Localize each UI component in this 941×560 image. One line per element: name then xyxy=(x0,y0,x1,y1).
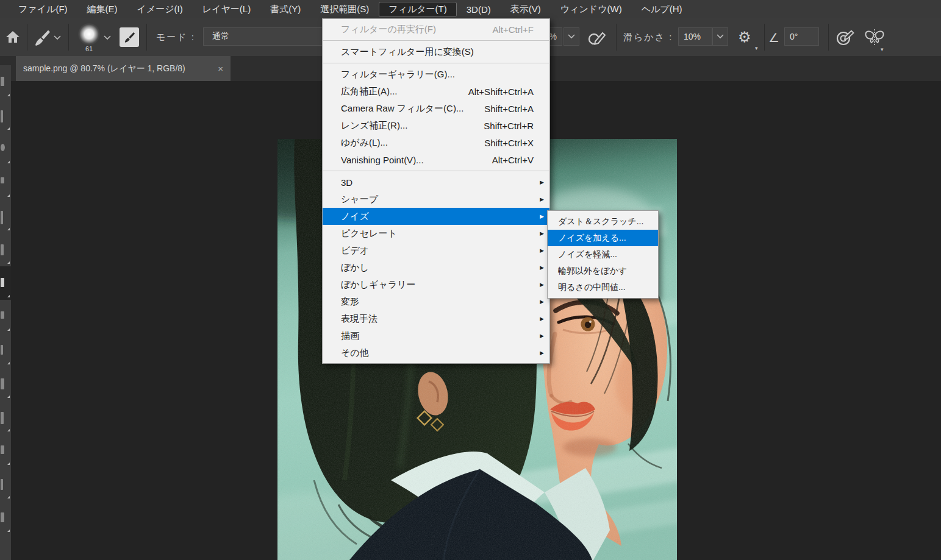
menu-view[interactable]: 表示(V) xyxy=(501,2,551,17)
brush-size-value: 61 xyxy=(78,45,100,52)
filter-menu-item-distort[interactable]: 変形 ▶ xyxy=(323,293,549,310)
menu-file[interactable]: ファイル(F) xyxy=(9,2,77,17)
tool-slot[interactable] xyxy=(0,333,11,367)
filter-menu-item-convert-smart-filters[interactable]: スマートフィルター用に変換(S) xyxy=(323,43,549,60)
menu-item-shortcut: Alt+Ctrl+V xyxy=(492,155,534,165)
filter-menu-item-filter-gallery[interactable]: フィルターギャラリー(G)... xyxy=(323,66,549,83)
menu-item-label: シャープ xyxy=(341,194,534,205)
menu-item-label: ビデオ xyxy=(341,245,534,257)
tool-slot[interactable] xyxy=(0,166,11,199)
tool-slot[interactable] xyxy=(0,132,11,166)
tools-panel-edge xyxy=(0,65,11,560)
chevron-down-icon xyxy=(717,34,724,39)
divider xyxy=(146,24,147,51)
submenu-item-median[interactable]: 明るさの中間値... xyxy=(548,279,658,296)
filter-menu-item-liquify[interactable]: ゆがみ(L)... Shift+Ctrl+X xyxy=(323,134,549,151)
angle-field[interactable]: 0° xyxy=(784,27,819,46)
submenu-arrow-icon: ▶ xyxy=(540,350,544,356)
filter-menu-item-stylize[interactable]: 表現手法 ▶ xyxy=(323,310,549,327)
tool-icon-fragment xyxy=(1,311,4,319)
home-icon[interactable] xyxy=(5,29,21,45)
tool-slot[interactable] xyxy=(0,367,11,400)
tool-icon-fragment xyxy=(1,110,3,122)
tool-slot[interactable] xyxy=(0,400,11,434)
tool-slot[interactable] xyxy=(0,99,11,132)
opacity-dropdown[interactable] xyxy=(564,27,579,46)
menu-separator xyxy=(323,40,549,41)
brush-preset-preview[interactable] xyxy=(78,23,100,45)
menu-filter[interactable]: フィルター(T) xyxy=(379,2,457,17)
submenu-arrow-icon: ▶ xyxy=(540,282,544,288)
opacity-pressure-icon[interactable] xyxy=(587,30,608,46)
menu-item-label: ゆがみ(L)... xyxy=(341,137,484,149)
menu-item-shortcut: Shift+Ctrl+R xyxy=(484,121,534,131)
submenu-arrow-icon: ▶ xyxy=(540,230,544,236)
filter-menu-item-video[interactable]: ビデオ ▶ xyxy=(323,242,549,259)
divider xyxy=(616,24,617,51)
divider xyxy=(68,24,69,51)
filter-menu-item-3d[interactable]: 3D ▶ xyxy=(323,174,549,191)
filter-menu-item-other[interactable]: その他 ▶ xyxy=(323,344,549,361)
menu-window[interactable]: ウィンドウ(W) xyxy=(551,2,632,17)
tool-slot[interactable] xyxy=(0,233,11,266)
submenu-item-dust-and-scratches[interactable]: ダスト＆スクラッチ... xyxy=(548,213,658,230)
smoothing-field[interactable]: 10% xyxy=(678,27,712,46)
submenu-item-reduce-noise[interactable]: ノイズを軽減... xyxy=(548,246,658,263)
close-tab-icon[interactable]: × xyxy=(218,63,223,74)
menu-edit[interactable]: 編集(E) xyxy=(77,2,127,17)
tool-slot[interactable] xyxy=(0,199,11,233)
tool-slot[interactable] xyxy=(0,501,11,534)
submenu-item-despeckle[interactable]: 輪郭以外をぼかす xyxy=(548,263,658,279)
brush-settings-toggle[interactable] xyxy=(120,27,139,47)
filter-menu-item-camera-raw[interactable]: Camera Raw フィルター(C)... Shift+Ctrl+A xyxy=(323,100,549,117)
menu-image[interactable]: イメージ(I) xyxy=(127,2,193,17)
tool-icon-fragment xyxy=(1,479,3,490)
angle-icon: ∠ xyxy=(768,30,779,45)
tool-slot[interactable] xyxy=(0,534,11,560)
filter-menu-item-vanishing-point[interactable]: Vanishing Point(V)... Alt+Ctrl+V xyxy=(323,151,549,168)
menu-layer[interactable]: レイヤー(L) xyxy=(193,2,260,17)
filter-menu-item-last-filter[interactable]: フィルターの再実行(F) Alt+Ctrl+F xyxy=(323,21,549,38)
document-tab[interactable]: sample.png @ 80.7% (レイヤー 1, RGB/8) × xyxy=(16,56,231,81)
smoothing-label: 滑らかさ : xyxy=(623,18,673,56)
submenu-item-add-noise[interactable]: ノイズを加える... xyxy=(548,230,658,246)
tool-icon-fragment xyxy=(1,211,3,224)
filter-menu-item-sharpen[interactable]: シャープ ▶ xyxy=(323,191,549,208)
menu-item-label: 描画 xyxy=(341,330,534,342)
tool-flyout-triangle-icon xyxy=(7,161,10,163)
menu-item-label: ぼかしギャラリー xyxy=(341,279,534,291)
tool-slot[interactable] xyxy=(0,300,11,333)
filter-menu-item-blur-gallery[interactable]: ぼかしギャラリー ▶ xyxy=(323,276,549,293)
menu-item-label: Camera Raw フィルター(C)... xyxy=(341,103,484,115)
tool-slot[interactable] xyxy=(0,467,11,501)
menu-select[interactable]: 選択範囲(S) xyxy=(310,2,379,17)
tool-icon-fragment xyxy=(1,445,4,454)
filter-menu-item-blur[interactable]: ぼかし ▶ xyxy=(323,259,549,276)
tool-slot[interactable] xyxy=(0,434,11,467)
tool-slot[interactable] xyxy=(0,65,11,99)
size-pressure-icon[interactable] xyxy=(835,29,855,46)
tool-flyout-triangle-icon xyxy=(7,295,10,297)
filter-menu-item-adaptive-wide-angle[interactable]: 広角補正(A)... Alt+Shift+Ctrl+A xyxy=(323,83,549,100)
filter-menu-item-lens-correction[interactable]: レンズ補正(R)... Shift+Ctrl+R xyxy=(323,117,549,134)
chevron-down-icon[interactable] xyxy=(54,35,61,40)
tool-slot-selected[interactable] xyxy=(0,266,11,300)
menu-type[interactable]: 書式(Y) xyxy=(260,2,310,17)
tool-flyout-triangle-icon xyxy=(7,328,10,331)
filter-menu-item-pixelate[interactable]: ピクセレート ▶ xyxy=(323,225,549,242)
smoothing-dropdown[interactable] xyxy=(712,27,728,46)
tool-icon-fragment xyxy=(1,345,3,355)
filter-menu-item-render[interactable]: 描画 ▶ xyxy=(323,327,549,344)
menu-item-shortcut: Shift+Ctrl+A xyxy=(484,104,534,114)
menu-help[interactable]: ヘルプ(H) xyxy=(632,2,692,17)
gear-icon[interactable]: ⚙ xyxy=(738,29,751,46)
mode-select[interactable]: 通常 xyxy=(203,27,342,46)
menu-3d[interactable]: 3D(D) xyxy=(457,2,501,16)
menu-item-label: フィルターギャラリー(G)... xyxy=(341,69,534,80)
submenu-arrow-icon: ▶ xyxy=(540,196,544,202)
brush-tool-icon[interactable] xyxy=(33,29,51,47)
submenu-arrow-icon: ▶ xyxy=(540,299,544,305)
filter-menu-item-noise[interactable]: ノイズ ▶ xyxy=(323,208,549,225)
paint-symmetry-butterfly-icon[interactable] xyxy=(864,29,886,47)
chevron-down-icon[interactable] xyxy=(104,35,111,40)
